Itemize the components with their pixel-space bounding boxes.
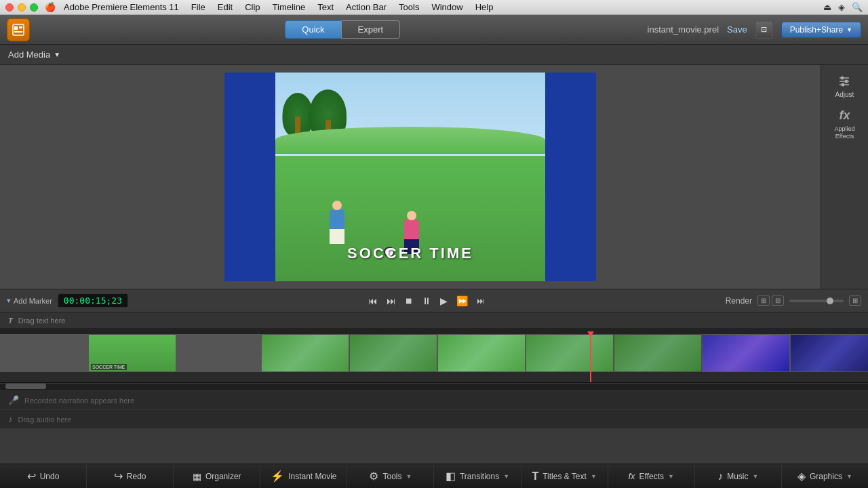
tools-arrow-icon: ▼ xyxy=(406,473,412,480)
save-button[interactable]: Save xyxy=(727,24,747,35)
music-arrow-icon: ▼ xyxy=(753,473,759,480)
menu-timeline[interactable]: Timeline xyxy=(273,2,306,12)
redo-button[interactable]: ↪ Redo xyxy=(87,464,174,488)
music-icon: ♪ xyxy=(717,470,723,483)
narration-track: 🎤 Recorded narration appears here xyxy=(0,390,868,409)
zoom-fit-button[interactable]: ⊞ xyxy=(849,296,861,306)
instant-movie-label: Instant Movie xyxy=(288,472,336,481)
instant-movie-button[interactable]: ⚡ Instant Movie xyxy=(260,464,347,488)
pause-button[interactable]: ⏸ xyxy=(419,294,434,308)
organizer-label: Organizer xyxy=(205,472,241,481)
step-forward-button[interactable]: ⏩ xyxy=(454,294,471,308)
bottom-toolbar: ↩ Undo ↪ Redo ▦ Organizer ⚡ Instant Movi… xyxy=(0,464,868,488)
zoom-thumb[interactable] xyxy=(827,298,833,304)
timeline-clip-blank-2[interactable] xyxy=(176,334,261,372)
organizer-button[interactable]: ▦ Organizer xyxy=(174,464,260,488)
expert-mode-button[interactable]: Expert xyxy=(341,20,401,39)
preview-title: SOCCER TIME xyxy=(275,245,545,262)
app-header: Quick Expert instant_movie.prel Save ⊡ P… xyxy=(0,15,868,45)
search-icon[interactable]: 🔍 xyxy=(852,2,863,12)
scrollbar-thumb[interactable] xyxy=(5,384,46,389)
svg-point-9 xyxy=(842,83,845,86)
timeline-clip-blank[interactable] xyxy=(0,334,88,372)
menu-file[interactable]: File xyxy=(191,2,205,12)
timeline-clip-field-4[interactable] xyxy=(526,334,614,372)
app-icon-button[interactable] xyxy=(7,18,30,41)
add-media-label: Add Media xyxy=(8,49,50,60)
tools-icon: ⚙ xyxy=(369,470,378,483)
close-button[interactable] xyxy=(5,3,14,12)
text-drop-placeholder: Drag text here xyxy=(18,317,66,325)
tools-button[interactable]: ⚙ Tools ▼ xyxy=(347,464,434,488)
player-1 xyxy=(330,201,344,244)
applied-effects-button[interactable]: fx Applied Effects xyxy=(825,108,865,140)
timeline-clip-soccer-title[interactable]: SOCCER TIME xyxy=(88,334,176,372)
menu-app[interactable]: Adobe Premiere Elements 11 xyxy=(64,2,179,12)
add-marker-button[interactable]: ▾ Add Marker xyxy=(7,296,52,305)
effects-icon: fx xyxy=(628,471,635,481)
publish-share-label: Publish+Share xyxy=(790,25,843,35)
fullscreen-icon[interactable]: ⊡ xyxy=(755,21,773,39)
undo-button[interactable]: ↩ Undo xyxy=(0,464,87,488)
adjust-button[interactable]: Adjust xyxy=(835,72,854,98)
timeline-clip-field-1[interactable] xyxy=(261,334,349,372)
timeline-clip-purple-1[interactable] xyxy=(702,334,790,372)
graphics-button[interactable]: ◈ Graphics ▼ xyxy=(782,464,868,488)
menu-bar: Adobe Premiere Elements 11 File Edit Cli… xyxy=(64,2,493,12)
narration-placeholder: Recorded narration appears here xyxy=(24,396,134,405)
music-button[interactable]: ♪ Music ▼ xyxy=(695,464,782,488)
menu-action-bar[interactable]: Action Bar xyxy=(346,2,387,12)
audio-icon: ♪ xyxy=(8,414,13,424)
fit-frame-button[interactable]: ⊞ xyxy=(757,296,770,306)
transport-right: Render ⊞ ⊟ ⊞ xyxy=(726,296,861,306)
effects-label: Applied Effects xyxy=(825,125,865,140)
audio-drop-placeholder: Drag audio here xyxy=(18,415,72,424)
effects-button[interactable]: fx Effects ▼ xyxy=(608,464,695,488)
apple-logo-icon[interactable]: 🍎 xyxy=(45,2,56,12)
menu-text[interactable]: Text xyxy=(317,2,334,12)
video-preview: SOCCER TIME xyxy=(224,73,596,281)
menu-window[interactable]: Window xyxy=(431,2,462,12)
title-bar-right: ⏏ ◈ 🔍 xyxy=(823,2,863,12)
effects-arrow-icon: ▼ xyxy=(668,473,674,480)
quick-mode-button[interactable]: Quick xyxy=(285,20,340,39)
graphics-label: Graphics xyxy=(810,472,842,481)
timeline-clip-purple-2[interactable] xyxy=(790,334,868,372)
timeline: SOCCER TIME xyxy=(0,329,868,383)
stop-button[interactable]: ⏹ xyxy=(402,295,416,307)
view-buttons: ⊞ ⊟ xyxy=(757,296,784,306)
play-button[interactable]: ▶ xyxy=(437,294,450,308)
timecode-display: 00:00:15;23 xyxy=(58,293,128,308)
adjust-icon xyxy=(837,72,852,88)
organizer-icon: ▦ xyxy=(193,471,201,482)
header-right: instant_movie.prel Save ⊡ Publish+Share … xyxy=(648,21,861,39)
menu-help[interactable]: Help xyxy=(475,2,494,12)
audio-drop-track: ♪ Drag audio here xyxy=(0,409,868,428)
main-content: SOCCER TIME Adjust fx Applied Effects xyxy=(0,65,868,289)
timeline-clip-field-3[interactable] xyxy=(437,334,526,372)
wifi-icon: ◈ xyxy=(838,2,845,12)
transitions-icon: ◧ xyxy=(446,470,456,483)
titles-text-button[interactable]: T Titles & Text ▼ xyxy=(521,464,608,488)
maximize-button[interactable] xyxy=(30,3,38,12)
window-controls[interactable] xyxy=(5,3,38,12)
render-button[interactable]: Render xyxy=(726,296,752,306)
transitions-button[interactable]: ◧ Transitions ▼ xyxy=(434,464,521,488)
frame-size-button[interactable]: ⊟ xyxy=(772,296,784,306)
zoom-track xyxy=(789,300,844,302)
step-back-button[interactable]: ⏭ xyxy=(384,294,399,308)
fx-icon: fx xyxy=(839,108,850,123)
add-media-button[interactable]: Add Media ▼ xyxy=(8,49,60,60)
timeline-clip-field-2[interactable] xyxy=(349,334,437,372)
publish-share-button[interactable]: Publish+Share ▼ xyxy=(781,22,861,38)
go-to-start-button[interactable]: ⏮ xyxy=(366,294,380,308)
menu-tools[interactable]: Tools xyxy=(399,2,419,12)
titles-icon: T xyxy=(532,470,538,483)
timeline-clip-field-5[interactable] xyxy=(614,334,702,372)
go-to-end-button[interactable]: ⏭ xyxy=(474,295,488,307)
menu-edit[interactable]: Edit xyxy=(218,2,233,12)
menu-clip[interactable]: Clip xyxy=(245,2,260,12)
minimize-button[interactable] xyxy=(18,3,26,12)
hill xyxy=(275,127,545,154)
svg-rect-2 xyxy=(19,26,22,28)
